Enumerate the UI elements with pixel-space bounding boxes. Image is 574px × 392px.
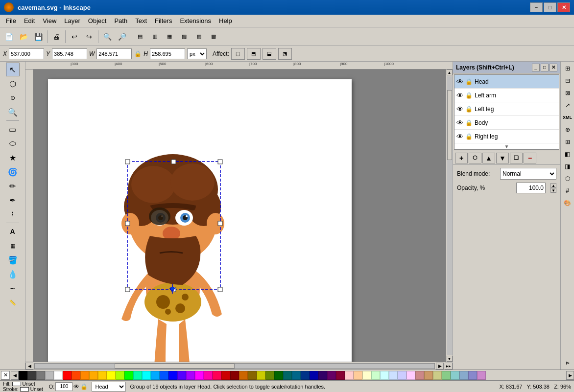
- palette-color-25[interactable]: [239, 371, 248, 380]
- palette-color-30[interactable]: [283, 371, 292, 380]
- palette-right[interactable]: ▶: [566, 371, 574, 380]
- palette-color-32[interactable]: [301, 371, 310, 380]
- snap-btn[interactable]: ⊞: [562, 63, 574, 74]
- layer-selector[interactable]: HeadLeft armLeft leg BodyRight leg: [92, 382, 126, 392]
- palette-color-21[interactable]: [204, 371, 213, 380]
- layer-row[interactable]: 👁 🔒 Left leg: [454, 102, 559, 116]
- no-fill-btn[interactable]: ✕: [1, 371, 10, 380]
- palette-color-52[interactable]: [477, 371, 486, 380]
- opacity-input[interactable]: [516, 183, 546, 193]
- ellipse-tool[interactable]: ⬭: [6, 137, 20, 150]
- layer-visibility-2[interactable]: 👁: [456, 105, 463, 113]
- menu-object[interactable]: Object: [84, 16, 111, 25]
- toggle-panel-btn[interactable]: ⊳: [562, 357, 574, 369]
- affect-btn-4[interactable]: ⬔: [278, 48, 292, 60]
- raise-layer-btn[interactable]: ▲: [482, 153, 495, 163]
- palette-color-15[interactable]: [151, 371, 160, 380]
- lock-aspect-icon[interactable]: 🔒: [134, 50, 142, 58]
- vscroll-down[interactable]: ▼: [447, 356, 453, 362]
- menu-edit[interactable]: Edit: [20, 16, 39, 25]
- palette-color-28[interactable]: [265, 371, 274, 380]
- palette-color-43[interactable]: [398, 371, 407, 380]
- y-input[interactable]: [52, 48, 87, 59]
- export-btn[interactable]: ↗: [562, 99, 574, 111]
- layer-visibility-4[interactable]: 👁: [456, 133, 463, 140]
- opacity-down[interactable]: ▼: [550, 188, 556, 193]
- palette-color-6[interactable]: [72, 371, 80, 380]
- zoom-in-button[interactable]: 🔍: [100, 30, 114, 44]
- fill-dialog-btn[interactable]: ◧: [562, 148, 574, 160]
- affect-btn-1[interactable]: ⬚: [231, 48, 245, 60]
- zoom-out-button[interactable]: 🔎: [115, 30, 129, 44]
- palette-color-38[interactable]: [354, 371, 362, 380]
- align-middle-button[interactable]: ▨: [192, 30, 206, 44]
- menu-text[interactable]: Text: [131, 16, 151, 25]
- undo-button[interactable]: ↩: [68, 30, 81, 44]
- palette-color-37[interactable]: [345, 371, 354, 380]
- align-top-button[interactable]: ▧: [177, 30, 191, 44]
- connector-tool[interactable]: ⊸: [6, 281, 20, 295]
- palette-color-34[interactable]: [318, 371, 327, 380]
- palette-color-9[interactable]: [98, 371, 107, 380]
- gradient-tool[interactable]: ▦: [6, 239, 20, 253]
- palette-color-24[interactable]: [230, 371, 239, 380]
- maximize-button[interactable]: □: [544, 2, 556, 12]
- node-tool[interactable]: ⬡: [6, 77, 20, 91]
- canvas-viewport[interactable]: ▲ ▼: [33, 69, 453, 362]
- vscroll-thumb[interactable]: [447, 90, 452, 160]
- affect-btn-2[interactable]: ⬒: [247, 48, 261, 60]
- x-input[interactable]: [9, 48, 44, 59]
- star-tool[interactable]: ★: [6, 151, 20, 164]
- measure-tool[interactable]: 📏: [6, 296, 20, 309]
- vscroll-up[interactable]: ▲: [447, 69, 453, 75]
- palette-color-23[interactable]: [221, 371, 230, 380]
- add-layer-btn[interactable]: +: [455, 153, 468, 163]
- text-tool[interactable]: A: [6, 225, 20, 238]
- menu-path[interactable]: Path: [110, 16, 131, 25]
- palette-color-42[interactable]: [389, 371, 398, 380]
- palette-color-20[interactable]: [195, 371, 204, 380]
- layer-to-group-btn[interactable]: ⬡: [469, 153, 481, 163]
- palette-color-26[interactable]: [248, 371, 257, 380]
- redo-button[interactable]: ↪: [82, 30, 96, 44]
- layer-visibility-0[interactable]: 👁: [456, 78, 463, 86]
- palette-color-27[interactable]: [257, 371, 265, 380]
- layer-row[interactable]: 👁 🔒 Head: [454, 75, 559, 89]
- dropper-tool[interactable]: 💧: [6, 267, 20, 281]
- grid-btn[interactable]: ⊟: [562, 75, 574, 87]
- fill-swatch[interactable]: [12, 382, 21, 386]
- menu-filters[interactable]: Filters: [151, 16, 176, 25]
- layer-row[interactable]: 👁 🔒 Left arm: [454, 89, 559, 102]
- palette-color-18[interactable]: [177, 371, 186, 380]
- layer-row[interactable]: 👁 🔒 Body: [454, 116, 559, 130]
- layer-lock-0[interactable]: 🔒: [465, 78, 473, 85]
- palette-color-41[interactable]: [380, 371, 389, 380]
- print-button[interactable]: 🖨: [49, 30, 63, 44]
- layers-panel-close[interactable]: ✕: [550, 64, 557, 71]
- stroke-swatch[interactable]: [20, 387, 29, 392]
- menu-extensions[interactable]: Extensions: [176, 16, 215, 25]
- palette-color-48[interactable]: [442, 371, 451, 380]
- transform-btn[interactable]: ⊕: [562, 124, 574, 136]
- tweak-tool[interactable]: ⊙: [6, 91, 20, 105]
- palette-color-49[interactable]: [451, 371, 459, 380]
- palette-color-29[interactable]: [274, 371, 283, 380]
- lower-layer-btn[interactable]: ▼: [496, 153, 509, 163]
- rect-tool[interactable]: ▭: [6, 122, 20, 136]
- remove-layer-btn[interactable]: −: [524, 153, 536, 163]
- xml-btn[interactable]: XML: [562, 112, 574, 123]
- palette-color-36[interactable]: [336, 371, 345, 380]
- palette-color-39[interactable]: [362, 371, 371, 380]
- menu-file[interactable]: File: [2, 16, 20, 25]
- affect-btn-3[interactable]: ⬓: [263, 48, 276, 60]
- palette-color-14[interactable]: [142, 371, 151, 380]
- palette-color-33[interactable]: [310, 371, 318, 380]
- select-tool[interactable]: ↖: [6, 63, 20, 76]
- minimize-button[interactable]: −: [530, 2, 543, 12]
- zoom-tool[interactable]: 🔍: [6, 105, 20, 119]
- guide-btn[interactable]: ⊠: [562, 87, 574, 99]
- hscroll-thumb[interactable]: [115, 364, 235, 369]
- unit-select[interactable]: pxmmcmin: [187, 48, 207, 59]
- align-right-button[interactable]: ▦: [163, 30, 176, 44]
- h-input[interactable]: [150, 48, 185, 59]
